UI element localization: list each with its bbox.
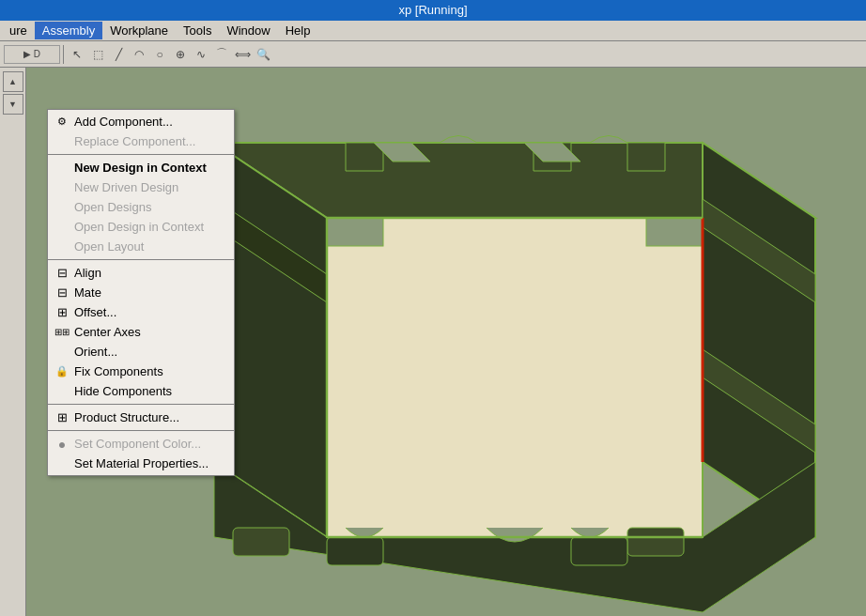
open-layout-icon [54, 239, 70, 255]
toolbar-btn-arc[interactable]: ◠ [129, 44, 149, 65]
toolbar-btn-mirror[interactable]: ⟺ [232, 44, 253, 65]
toolbar-btn-line[interactable]: ╱ [108, 44, 129, 65]
new-driven-icon [54, 179, 70, 196]
menu-align[interactable]: ⊟ Align [48, 263, 234, 283]
toolbar-btn-spline[interactable]: ∿ [191, 44, 211, 65]
menu-new-driven-design[interactable]: New Driven Design [48, 177, 234, 197]
separator-2 [48, 259, 234, 260]
menu-hide-components[interactable]: Hide Components [48, 381, 234, 401]
center-axes-icon: ⊞⊞ [54, 324, 70, 341]
svg-rect-16 [233, 528, 289, 556]
svg-marker-5 [327, 218, 703, 537]
toolbar-btn-ellipse[interactable]: ⊕ [170, 44, 191, 65]
toolbar-btn-select[interactable]: ⬚ [87, 44, 108, 65]
set-material-icon [54, 455, 70, 472]
open-design-context-icon [54, 219, 70, 236]
open-designs-icon [54, 199, 70, 216]
new-design-icon [54, 160, 70, 177]
toolbar-left-stub[interactable]: ▶ D [4, 45, 60, 64]
separator-1 [48, 154, 234, 155]
menu-product-structure[interactable]: ⊞ Product Structure... [48, 408, 234, 427]
dropdown-menu: ⚙ Add Component... Replace Component... … [47, 109, 235, 476]
menu-item-tools[interactable]: Tools [176, 22, 219, 39]
offset-icon: ⊞ [54, 304, 70, 321]
menu-item-workplane[interactable]: Workplane [102, 22, 176, 39]
title-bar: xp [Running] [0, 0, 866, 21]
viewport: ⚙ Add Component... Replace Component... … [26, 68, 866, 616]
toolbar: ▶ D ↖ ⬚ ╱ ◠ ○ ⊕ ∿ ⌒ ⟺ 🔍 [0, 41, 866, 68]
menu-bar: ure Assembly Workplane Tools Window Help [0, 21, 866, 41]
left-btn-1[interactable]: ▲ [3, 71, 23, 92]
toolbar-btn-cursor[interactable]: ↖ [67, 44, 87, 65]
mate-icon: ⊟ [54, 285, 70, 301]
menu-fix-components[interactable]: 🔒 Fix Components [48, 362, 234, 381]
menu-item-help[interactable]: Help [278, 22, 318, 39]
left-toolbar: ▲ ▼ [0, 68, 26, 616]
add-component-icon: ⚙ [54, 114, 70, 131]
svg-rect-17 [627, 528, 684, 556]
menu-center-axes[interactable]: ⊞⊞ Center Axes [48, 322, 234, 342]
menu-item-assembly[interactable]: Assembly [35, 22, 102, 39]
title-text: xp [Running] [399, 3, 468, 17]
orient-icon [54, 344, 70, 361]
menu-add-component[interactable]: ⚙ Add Component... [48, 112, 234, 131]
menu-replace-component[interactable]: Replace Component... [48, 131, 234, 151]
menu-item-ure[interactable]: ure [2, 22, 35, 39]
menu-set-material-props[interactable]: Set Material Properties... [48, 454, 234, 473]
menu-offset[interactable]: ⊞ Offset... [48, 302, 234, 322]
separator-4 [48, 430, 234, 431]
svg-rect-18 [327, 537, 383, 565]
menu-set-component-color[interactable]: ● Set Component Color... [48, 434, 234, 454]
svg-marker-8 [627, 143, 665, 171]
left-btn-2[interactable]: ▼ [3, 94, 23, 115]
toolbar-btn-fillet[interactable]: ⌒ [211, 44, 232, 65]
align-icon: ⊟ [54, 265, 70, 282]
set-color-icon: ● [54, 436, 70, 453]
menu-mate[interactable]: ⊟ Mate [48, 283, 234, 302]
menu-orient[interactable]: Orient... [48, 342, 234, 362]
svg-rect-19 [571, 537, 627, 565]
menu-open-designs[interactable]: Open Designs [48, 197, 234, 217]
menu-item-window[interactable]: Window [219, 22, 277, 39]
separator-3 [48, 404, 234, 405]
menu-open-design-context[interactable]: Open Design in Context [48, 217, 234, 237]
svg-rect-15 [646, 218, 703, 246]
replace-component-icon [54, 133, 70, 150]
product-structure-icon: ⊞ [54, 409, 70, 426]
toolbar-btn-circle[interactable]: ○ [149, 44, 170, 65]
svg-rect-14 [327, 218, 383, 246]
menu-new-design-context[interactable]: New Design in Context [48, 158, 234, 177]
fix-components-icon: 🔒 [54, 363, 70, 380]
menu-open-layout[interactable]: Open Layout [48, 237, 234, 256]
hide-components-icon [54, 383, 70, 400]
toolbar-separator-1 [63, 45, 64, 64]
toolbar-btn-zoom[interactable]: 🔍 [253, 44, 273, 65]
